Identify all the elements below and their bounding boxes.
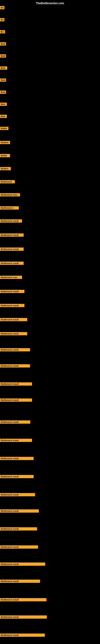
label-box-28: Bottleneck result <box>0 382 32 386</box>
label-box-32: Bottleneck result <box>0 457 34 460</box>
label-box-35: Bottleneck result <box>0 509 39 512</box>
label-item-8: Bott <box>0 103 7 107</box>
label-item-25: Bottleneck result <box>0 332 27 336</box>
label-item-19: Bottleneck result <box>0 248 24 252</box>
label-item-39: Bottleneck result <box>0 580 40 584</box>
label-box-14: Bottleneck <box>0 180 15 183</box>
label-item-10: Bottle <box>0 127 8 131</box>
label-box-13: Bottlen <box>0 167 11 170</box>
label-item-1: Bo <box>0 18 4 22</box>
label-box-21: Bottleneck resu <box>0 276 22 279</box>
label-item-42: Bottleneck result <box>0 634 45 638</box>
label-box-34: Bottleneck result <box>0 493 35 496</box>
label-item-13: Bottlen <box>0 167 11 171</box>
label-box-39: Bottleneck result <box>0 580 40 583</box>
label-box-22: Bottleneck result <box>0 290 24 293</box>
label-item-31: Bottleneck result <box>0 439 32 443</box>
label-item-24: Bottleneck result <box>0 318 27 322</box>
label-box-27: Bottleneck result <box>0 364 30 368</box>
label-item-23: Bottleneck result <box>0 304 24 308</box>
label-box-41: Bottleneck result <box>0 616 47 619</box>
label-box-1: Bo <box>0 18 4 21</box>
label-item-3: Bott <box>0 42 6 46</box>
label-item-34: Bottleneck result <box>0 493 35 497</box>
label-item-36: Bottleneck result <box>0 527 37 531</box>
label-item-41: Bottleneck result <box>0 616 47 620</box>
label-box-7: Bott <box>0 90 6 94</box>
label-item-22: Bottleneck result <box>0 290 24 294</box>
label-item-38: Bottleneck result <box>0 562 45 566</box>
label-box-36: Bottleneck result <box>0 527 37 530</box>
label-box-20: Bottleneck result <box>0 262 24 265</box>
label-item-0: Bo <box>0 6 4 10</box>
label-box-37: Bottleneck result <box>0 546 38 548</box>
label-item-26: Bottleneck result <box>0 348 30 352</box>
label-box-33: Bottleneck result <box>0 475 34 478</box>
label-item-20: Bottleneck result <box>0 262 24 266</box>
label-item-35: Bottleneck result <box>0 509 39 514</box>
label-box-12: Bottle <box>0 154 10 157</box>
label-item-16: Bottleneck r <box>0 206 19 210</box>
label-item-40: Bottleneck result <box>0 598 47 602</box>
label-box-26: Bottleneck result <box>0 348 30 352</box>
label-box-42: Bottleneck result <box>0 634 45 637</box>
label-box-30: Bottleneck result <box>0 420 30 424</box>
label-item-7: Bott <box>0 90 6 94</box>
label-box-15: Bottleneck resu <box>0 193 20 196</box>
label-box-18: Bottleneck result <box>0 234 24 237</box>
label-item-21: Bottleneck resu <box>0 276 22 280</box>
label-item-4: Bott <box>0 54 6 58</box>
label-box-6: Bott <box>0 78 6 82</box>
label-item-5: Bott <box>0 66 7 70</box>
label-box-31: Bottleneck result <box>0 439 32 442</box>
label-item-27: Bottleneck result <box>0 364 30 368</box>
label-item-11: Bottlen <box>0 141 10 145</box>
label-item-28: Bottleneck result <box>0 382 32 386</box>
label-item-37: Bottleneck result <box>0 546 38 550</box>
label-box-4: Bott <box>0 54 6 58</box>
label-item-29: Bottleneck result <box>0 398 32 402</box>
label-box-10: Bottle <box>0 127 8 130</box>
label-box-23: Bottleneck result <box>0 304 24 307</box>
label-box-19: Bottleneck result <box>0 248 24 251</box>
label-box-0: Bo <box>0 6 4 9</box>
label-item-9: Bott <box>0 115 7 119</box>
label-box-40: Bottleneck result <box>0 598 47 601</box>
label-item-18: Bottleneck result <box>0 234 24 238</box>
label-box-11: Bottlen <box>0 141 10 144</box>
label-item-15: Bottleneck resu <box>0 193 20 197</box>
label-item-30: Bottleneck result <box>0 420 30 424</box>
label-box-16: Bottleneck r <box>0 206 19 210</box>
label-item-6: Bott <box>0 78 6 82</box>
site-title: TheBottlenecker.com <box>36 2 64 5</box>
label-box-29: Bottleneck result <box>0 398 32 402</box>
label-box-5: Bott <box>0 66 7 70</box>
label-item-17: Bottleneck result <box>0 219 22 224</box>
label-item-12: Bottle <box>0 154 10 158</box>
label-box-17: Bottleneck result <box>0 219 22 222</box>
label-box-3: Bott <box>0 42 6 46</box>
label-box-24: Bottleneck result <box>0 318 27 321</box>
label-box-25: Bottleneck result <box>0 332 27 335</box>
label-box-9: Bott <box>0 115 7 118</box>
label-box-38: Bottleneck result <box>0 562 45 566</box>
label-item-14: Bottleneck <box>0 180 15 184</box>
label-box-2: Bo <box>0 30 5 34</box>
label-item-32: Bottleneck result <box>0 457 34 461</box>
label-item-2: Bo <box>0 30 5 34</box>
label-box-8: Bott <box>0 103 7 106</box>
label-item-33: Bottleneck result <box>0 475 34 479</box>
